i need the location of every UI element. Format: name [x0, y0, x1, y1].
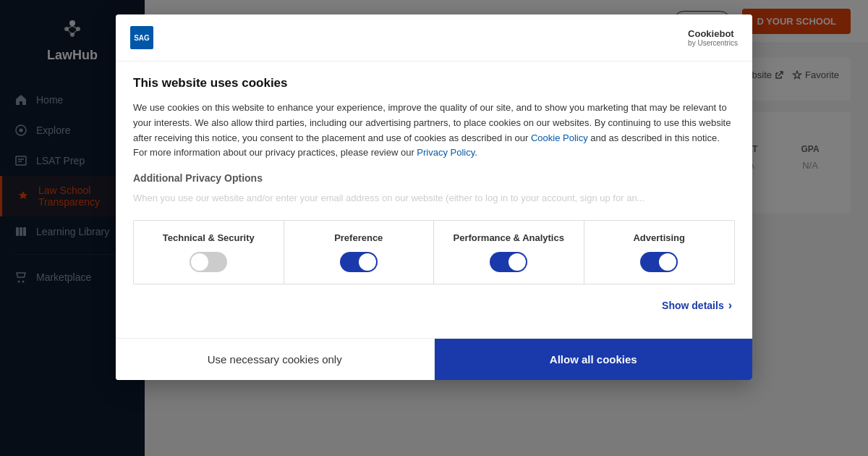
use-necessary-cookies-button[interactable]: Use necessary cookies only: [116, 339, 435, 380]
modal-footer-row: Show details ›: [133, 299, 735, 324]
category-preference: Preference: [284, 221, 435, 284]
category-preference-label: Preference: [334, 232, 383, 243]
allow-all-cookies-button[interactable]: Allow all cookies: [435, 339, 753, 380]
sag-logo: SAG: [130, 26, 153, 49]
category-technical-security-label: Technical & Security: [163, 232, 255, 243]
show-details-arrow-icon: ›: [728, 299, 732, 312]
cookiebot-brand: Cookiebot: [688, 28, 738, 39]
toggle-performance-analytics[interactable]: [490, 252, 527, 272]
modal-header-inner: SAG Cookiebot by Usercentrics: [130, 26, 738, 49]
toggle-categories: Technical & Security Preference Performa…: [133, 220, 735, 284]
category-performance-analytics: Performance & Analytics: [434, 221, 584, 284]
toggle-advertising[interactable]: [640, 252, 678, 272]
cookiebot-sub: by Usercentrics: [688, 39, 738, 47]
privacy-policy-link[interactable]: Privacy Policy: [417, 147, 475, 158]
cookiebot-logo: Cookiebot by Usercentrics: [688, 28, 738, 47]
modal-logo-area: SAG: [130, 26, 153, 49]
category-advertising-label: Advertising: [633, 232, 685, 243]
modal-header: SAG Cookiebot by Usercentrics: [116, 14, 752, 62]
toggle-knob: [359, 253, 376, 271]
toggle-knob: [191, 253, 208, 271]
toggle-preference[interactable]: [340, 252, 378, 272]
category-advertising: Advertising: [584, 221, 735, 284]
cookie-modal: SAG Cookiebot by Usercentrics This websi…: [116, 14, 752, 380]
toggle-technical-security[interactable]: [190, 252, 227, 272]
modal-description: We use cookies on this website to enhanc…: [133, 101, 735, 161]
privacy-additional-text: When you use our website and/or enter yo…: [133, 191, 735, 206]
toggle-knob: [659, 253, 676, 271]
category-performance-analytics-label: Performance & Analytics: [454, 232, 564, 243]
cookie-policy-link[interactable]: Cookie Policy: [531, 132, 588, 143]
show-details-button[interactable]: Show details ›: [662, 299, 732, 312]
cookie-overlay: SAG Cookiebot by Usercentrics This websi…: [0, 0, 868, 456]
additional-privacy-title: Additional Privacy Options: [133, 172, 735, 184]
modal-title: This website uses cookies: [133, 76, 735, 90]
modal-body: This website uses cookies We use cookies…: [116, 62, 752, 338]
toggle-knob: [509, 253, 526, 271]
category-technical-security: Technical & Security: [134, 221, 284, 284]
modal-buttons: Use necessary cookies only Allow all coo…: [116, 338, 752, 380]
